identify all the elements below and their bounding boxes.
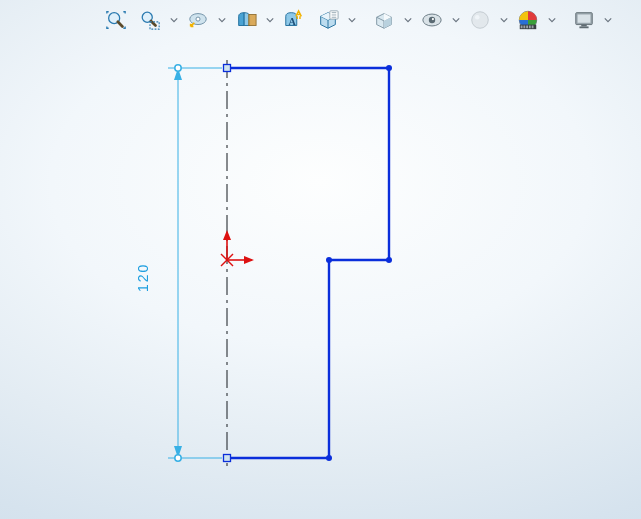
sketch-canvas[interactable] bbox=[0, 0, 641, 519]
svg-rect-34 bbox=[224, 455, 231, 462]
svg-point-28 bbox=[175, 455, 181, 461]
graphics-viewport[interactable]: A bbox=[0, 0, 641, 519]
sketch-endpoints bbox=[224, 65, 393, 462]
svg-point-30 bbox=[386, 257, 392, 263]
svg-point-29 bbox=[386, 65, 392, 71]
sketch-profile[interactable] bbox=[227, 68, 389, 458]
svg-point-31 bbox=[326, 257, 332, 263]
sketch-origin[interactable] bbox=[221, 230, 254, 266]
dimension-value[interactable]: 120 bbox=[136, 263, 150, 292]
svg-point-27 bbox=[175, 65, 181, 71]
dimension-120[interactable] bbox=[168, 65, 222, 461]
svg-point-32 bbox=[326, 455, 332, 461]
svg-rect-33 bbox=[224, 65, 231, 72]
